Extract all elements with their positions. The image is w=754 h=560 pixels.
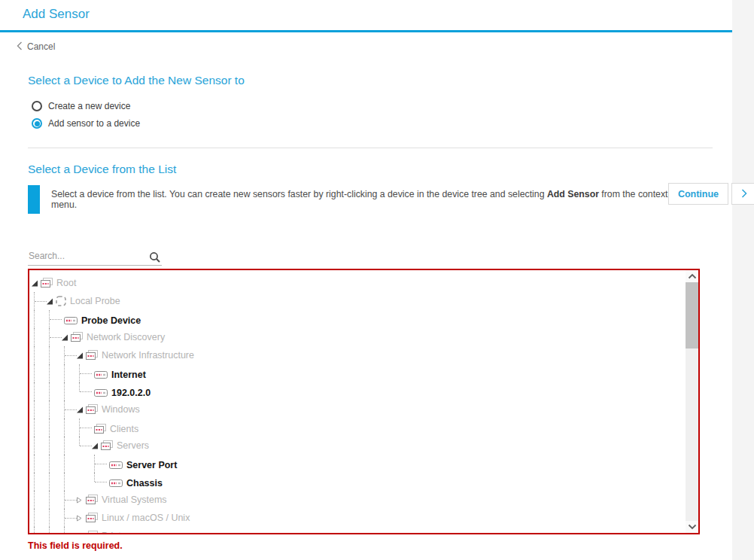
tree-guide-line <box>34 455 35 473</box>
tree-connector <box>64 527 65 533</box>
group-icon <box>86 404 98 415</box>
tree-guide-line <box>34 418 35 437</box>
expand-icon[interactable] <box>76 514 85 522</box>
tree-connector <box>80 391 92 392</box>
tree-node-label: Local Probe <box>70 296 120 306</box>
continue-next-button[interactable] <box>731 183 754 205</box>
scrollbar-thumb[interactable] <box>686 282 698 348</box>
tree-connector <box>65 355 77 356</box>
tree-guide-line <box>64 437 65 455</box>
collapse-icon[interactable] <box>76 352 85 360</box>
collapse-icon[interactable] <box>61 333 70 342</box>
radio-label: Add sensor to a device <box>48 118 140 129</box>
tree-row[interactable]: Internet <box>29 364 686 382</box>
tree-connector <box>64 346 65 355</box>
tree-connector <box>50 319 62 320</box>
tree-row[interactable]: Virtual Systems <box>29 491 686 509</box>
group-icon <box>86 513 98 523</box>
expand-icon[interactable] <box>76 532 85 534</box>
radio-label: Create a new device <box>48 101 130 111</box>
tree-connector <box>94 473 95 482</box>
tree-guide-line <box>34 473 35 491</box>
tree-row[interactable]: Clients <box>29 418 686 437</box>
tree-connector <box>64 400 65 409</box>
device-icon <box>94 389 108 397</box>
tree-row[interactable]: Windows <box>29 400 686 418</box>
tree-connector <box>80 428 92 428</box>
tree-guide-line <box>64 473 65 491</box>
info-note-text: Select a device from the list. You can c… <box>51 185 676 214</box>
continue-button[interactable]: Continue <box>668 183 728 205</box>
tree-connector <box>79 418 80 428</box>
device-icon <box>94 371 108 379</box>
tree-connector <box>49 310 50 319</box>
tree-row[interactable]: Root <box>29 274 686 292</box>
scroll-up-icon[interactable] <box>686 270 698 282</box>
tree-node-label: Windows <box>102 404 140 415</box>
group-icon <box>86 350 98 361</box>
tree-node-label: Servers <box>117 440 149 451</box>
search-input[interactable] <box>28 249 162 266</box>
cancel-button[interactable]: Cancel <box>17 41 55 53</box>
tree-node-label: Clients <box>110 424 138 434</box>
tree-guide-line <box>64 455 65 473</box>
tree-row[interactable]: Chassis <box>29 473 686 491</box>
tree-guide-line <box>49 437 50 455</box>
tree-node-label: Server Port <box>126 460 177 470</box>
tree-row[interactable]: Local Probe <box>29 292 686 310</box>
tree-guide-line <box>64 418 65 437</box>
tree-connector <box>50 337 62 338</box>
collapse-icon[interactable] <box>31 279 40 288</box>
radio-create-new-device[interactable]: Create a new device <box>32 101 130 111</box>
tree-row[interactable]: Servers <box>29 437 686 455</box>
collapse-icon[interactable] <box>91 442 100 450</box>
tree-guide-line <box>49 418 50 437</box>
collapse-icon[interactable] <box>76 406 85 414</box>
tree-node-label: Network Infrastructure <box>102 350 194 361</box>
tree-row[interactable]: 192.0.2.0 <box>29 382 686 400</box>
radio-circle-icon <box>32 118 42 129</box>
collapse-icon[interactable] <box>46 297 55 306</box>
tree-node-label: Internet <box>111 370 146 380</box>
section-title-select-device: Select a Device to Add the New Sensor to <box>28 74 245 87</box>
tree-guide-line <box>49 364 50 382</box>
group-icon <box>86 495 98 505</box>
tree-guide-line <box>34 437 35 455</box>
device-icon <box>64 317 78 324</box>
section-divider <box>28 148 713 148</box>
device-icon <box>109 479 123 487</box>
tree-row[interactable]: Probe Device <box>29 310 686 328</box>
tree-guide-line <box>49 455 50 473</box>
add-sensor-page: Add Sensor Cancel Select a Device to Add… <box>0 0 754 560</box>
tree-connector <box>65 409 77 410</box>
tree-connector <box>64 491 65 500</box>
device-tree-rows: RootLocal ProbeProbe DeviceNetwork Disco… <box>29 270 686 533</box>
tree-connector <box>95 482 107 482</box>
tree-row[interactable]: Network Discovery <box>29 328 686 346</box>
tree-guide-line <box>49 382 50 400</box>
tree-scrollbar[interactable] <box>686 270 698 533</box>
tree-row[interactable]: Linux / macOS / Unix <box>29 509 686 527</box>
tree-node-label: Virtual Systems <box>102 495 167 505</box>
tree-row[interactable]: Network Infrastructure <box>29 346 686 364</box>
tree-connector <box>34 292 35 301</box>
search-icon[interactable] <box>149 251 161 266</box>
tree-guide-line <box>34 509 35 527</box>
tree-row[interactable]: Printers <box>29 527 686 533</box>
scroll-down-icon[interactable] <box>686 521 698 533</box>
tree-connector <box>49 328 50 337</box>
radio-add-sensor-to-device[interactable]: Add sensor to a device <box>32 118 140 129</box>
expand-icon[interactable] <box>76 496 85 504</box>
tree-connector <box>65 500 77 501</box>
tree-guide-line <box>49 346 50 364</box>
info-note-bar <box>28 185 40 214</box>
tree-node-label: Root <box>56 278 76 288</box>
tree-connector <box>95 464 107 464</box>
tree-guide-line <box>34 310 35 328</box>
tree-guide-line <box>34 328 35 346</box>
tree-row[interactable]: Server Port <box>29 455 686 473</box>
tree-guide-line <box>34 491 35 509</box>
tree-connector <box>65 518 77 519</box>
validation-message: This field is required. <box>28 540 123 551</box>
tree-guide-line <box>34 400 35 418</box>
